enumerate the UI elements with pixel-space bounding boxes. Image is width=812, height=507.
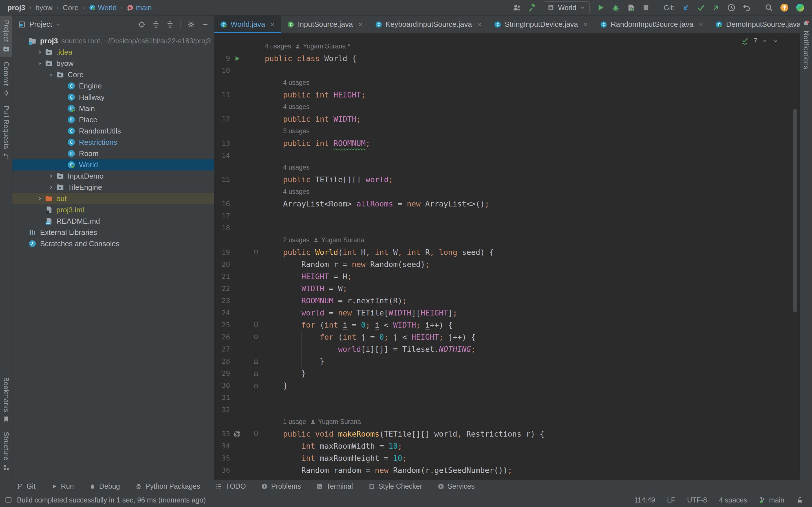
run-with-coverage-icon[interactable] — [627, 3, 635, 12]
breadcrumb-item-core[interactable]: Core — [63, 3, 79, 12]
code-text[interactable] — [260, 210, 800, 222]
tree-item-external-libraries[interactable]: External Libraries — [12, 227, 214, 238]
tab-world-java[interactable]: CWorld.java — [214, 15, 282, 33]
toolwindow-services[interactable]: Services — [438, 482, 475, 490]
write-access-lock[interactable] — [796, 496, 804, 504]
inspections-widget[interactable]: 7 — [741, 37, 779, 45]
tree-item-out[interactable]: out — [12, 193, 214, 204]
tool-stripe-structure[interactable]: Structure — [0, 427, 12, 476]
build-button[interactable] — [528, 3, 536, 12]
breadcrumb-item-world[interactable]: CWorld — [89, 3, 117, 12]
author-hint[interactable]: Yugam Surana — [310, 418, 361, 426]
code-text[interactable]: } — [260, 367, 800, 379]
breadcrumb-item-proj3[interactable]: proj3 — [7, 3, 26, 12]
tree-item-main[interactable]: CMain — [12, 103, 214, 114]
code-text[interactable]: public World(int H, int W, int R, long s… — [260, 246, 800, 258]
breadcrumb-item-main[interactable]: mmain — [127, 3, 152, 12]
code-text[interactable]: Random r = new Random(seed); — [260, 258, 800, 270]
collaborate-button[interactable] — [513, 3, 521, 12]
close-icon[interactable] — [476, 21, 483, 27]
hide-panel-icon[interactable] — [202, 21, 209, 28]
usages-hint[interactable]: 1 usage — [283, 418, 306, 426]
tree-item-readme-md[interactable]: MDREADME.md — [12, 216, 214, 227]
code-text[interactable] — [260, 392, 800, 404]
ide-update-icon[interactable] — [780, 3, 789, 12]
toolwindow-todo[interactable]: TODO — [215, 482, 246, 490]
author-hint[interactable]: Yugam Surana — [313, 236, 364, 244]
code-text[interactable]: Random random = new Random(r.getSeedNumb… — [260, 464, 800, 476]
background-tasks-icon[interactable] — [4, 496, 12, 504]
close-icon[interactable] — [698, 21, 704, 27]
usages-hint[interactable]: 4 usages — [283, 79, 309, 87]
tree-item-hallway[interactable]: CHallway — [12, 92, 214, 103]
close-icon[interactable] — [357, 21, 364, 27]
tree-item-scratches-and-consoles[interactable]: Scratches and Consoles — [12, 238, 214, 249]
tool-stripe-notifications[interactable]: Notifications — [800, 15, 812, 74]
tree-item-place[interactable]: CPlace — [12, 114, 214, 125]
editor-body[interactable]: 4 usagesYugam Surana *9public class Worl… — [214, 34, 800, 480]
locate-icon[interactable] — [138, 21, 146, 28]
code-text[interactable]: world[i][j] = Tileset.NOTHING; — [260, 343, 800, 355]
toolwindow-python-packages[interactable]: Python Packages — [135, 482, 200, 490]
run-line-icon[interactable] — [234, 55, 241, 62]
tree-item-inputdemo[interactable]: InputDemo — [12, 170, 214, 182]
fold-marker-close-icon[interactable] — [253, 383, 259, 389]
rollback-button[interactable] — [742, 3, 751, 12]
chevron-right-icon[interactable] — [48, 173, 54, 179]
debug-button[interactable] — [612, 3, 620, 12]
editor-scrollbar[interactable] — [793, 109, 797, 313]
history-icon[interactable] — [727, 3, 735, 12]
collapse-icon[interactable] — [166, 21, 174, 28]
search-everywhere-button[interactable] — [765, 3, 773, 12]
usages-hint[interactable]: 3 usages — [283, 127, 309, 135]
tree-item-core[interactable]: Core — [12, 69, 214, 80]
fold-marker-close-icon[interactable] — [253, 358, 259, 364]
tab-demoinputsource-java[interactable]: CDemoInputSource.java — [710, 15, 800, 33]
code-text[interactable]: public void makeRooms(TETile[][] world, … — [260, 428, 800, 440]
chevron-down-icon[interactable] — [56, 22, 61, 27]
stop-button[interactable] — [642, 4, 650, 11]
code-text[interactable]: public int HEIGHT; — [260, 89, 800, 101]
usages-hint[interactable]: 4 usages — [283, 164, 309, 171]
git-update-icon[interactable] — [681, 3, 690, 12]
code-text[interactable]: int maxRoomWidth = 10; — [260, 440, 800, 452]
code-text[interactable]: public class World { — [260, 52, 800, 64]
tab-keyboardinputsource-java[interactable]: CKeyboardInputSource.java — [369, 15, 488, 33]
toolwindow-style-checker[interactable]: Style Checker — [368, 482, 422, 490]
ide-update-button[interactable] — [780, 3, 789, 12]
fold-marker-open-icon[interactable] — [253, 322, 259, 328]
git-push-button[interactable] — [712, 3, 720, 12]
search-everywhere-icon[interactable] — [765, 3, 773, 12]
tree-item-restrictions[interactable]: CRestrictions — [12, 136, 214, 148]
chevron-right-icon[interactable] — [36, 49, 43, 55]
tree-item-engine[interactable]: CEngine — [12, 80, 214, 92]
code-text[interactable] — [260, 222, 800, 234]
tree-item-byow[interactable]: byow — [12, 58, 214, 69]
run-button[interactable] — [596, 3, 605, 12]
prev-problem-icon[interactable] — [762, 38, 768, 44]
build-icon[interactable] — [528, 3, 536, 12]
toolwindow-run[interactable]: Run — [51, 482, 74, 490]
code-text[interactable]: HEIGHT = H; — [260, 270, 800, 283]
code-text[interactable] — [260, 64, 800, 76]
code-text[interactable]: } — [260, 379, 800, 392]
tool-stripe-bookmarks[interactable]: Bookmarks — [0, 373, 12, 428]
collaborate-icon[interactable] — [513, 3, 521, 12]
fold-marker-close-icon[interactable] — [253, 371, 259, 377]
code-text[interactable] — [260, 149, 800, 161]
code-text[interactable] — [260, 404, 800, 416]
run-icon[interactable] — [596, 3, 605, 12]
git-branch[interactable]: main — [759, 496, 784, 504]
fold-marker-open-icon[interactable] — [253, 334, 259, 340]
tab-randominputsource-java[interactable]: CRandomInputSource.java — [594, 15, 710, 33]
tab-inputsource-java[interactable]: IInputSource.java — [282, 15, 369, 33]
tab-stringinputdevice-java[interactable]: CStringInputDevice.java — [488, 15, 594, 33]
rollback-icon[interactable] — [742, 3, 751, 12]
code-text[interactable]: ArrayList<Room> allRooms = new ArrayList… — [260, 198, 800, 210]
line-separator[interactable]: LF — [667, 496, 675, 504]
settings-icon[interactable] — [188, 21, 195, 28]
debug-icon[interactable] — [612, 3, 620, 12]
code-text[interactable]: for (int j = 0; j < HEIGHT; j++) { — [260, 331, 800, 343]
next-problem-icon[interactable] — [772, 38, 779, 44]
breadcrumb-item-byow[interactable]: byow — [36, 3, 53, 12]
